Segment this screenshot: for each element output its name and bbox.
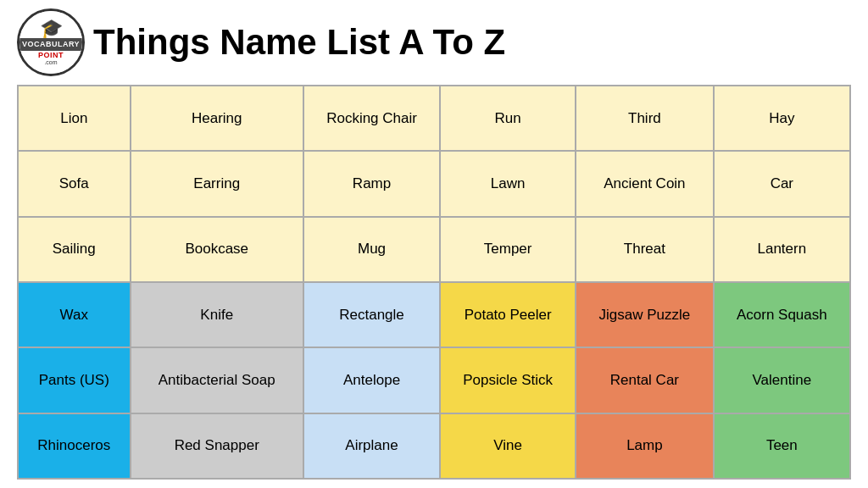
table-cell: Sofa	[18, 151, 131, 216]
table-cell: Sailing	[18, 217, 131, 282]
table-cell: Rectangle	[303, 282, 440, 347]
table-cell: Popsicle Stick	[440, 347, 576, 413]
table-cell: Threat	[576, 217, 714, 282]
table-cell: Car	[714, 151, 850, 216]
table-cell: Third	[576, 86, 714, 151]
table-cell: Ancient Coin	[576, 151, 714, 216]
table-cell: Knife	[131, 282, 303, 347]
table-cell: Lantern	[714, 217, 850, 282]
table-row: SailingBookcaseMugTemperThreatLantern	[18, 217, 850, 282]
table-row: Pants (US)Antibacterial SoapAntelopePops…	[18, 347, 850, 413]
table-cell: Antelope	[303, 347, 440, 413]
page-header: 🎓 VOCABULARY POINT .com Things Name List…	[17, 8, 851, 76]
table-cell: Wax	[18, 282, 131, 347]
table-cell: Jigsaw Puzzle	[576, 282, 714, 347]
table-cell: Vine	[440, 413, 576, 479]
table-cell: Bookcase	[131, 217, 303, 282]
table-row: SofaEarringRampLawnAncient CoinCar	[18, 151, 850, 216]
table-cell: Lion	[18, 86, 131, 151]
table-cell: Mug	[303, 217, 440, 282]
table-cell: Ramp	[303, 151, 440, 216]
table-row: WaxKnifeRectanglePotato PeelerJigsaw Puz…	[18, 282, 850, 347]
logo-vocab: VOCABULARY	[19, 38, 83, 51]
page-title: Things Name List A To Z	[93, 23, 505, 62]
table-cell: Hearing	[131, 86, 303, 151]
table-cell: Red Snapper	[131, 413, 303, 479]
table-cell: Lamp	[576, 413, 714, 479]
table-cell: Teen	[714, 413, 850, 479]
table-cell: Temper	[440, 217, 576, 282]
mascot-icon: 🎓	[40, 19, 63, 38]
logo-point: POINT	[38, 51, 64, 59]
table-cell: Potato Peeler	[440, 282, 576, 347]
logo-com: .com	[44, 59, 57, 65]
table-row: RhinocerosRed SnapperAirplaneVineLampTee…	[18, 413, 850, 479]
table-cell: Hay	[714, 86, 850, 151]
table-row: LionHearingRocking ChairRunThirdHay	[18, 86, 850, 151]
table-cell: Rocking Chair	[303, 86, 440, 151]
table-cell: Lawn	[440, 151, 576, 216]
table-cell: Rental Car	[576, 347, 714, 413]
table-cell: Valentine	[714, 347, 850, 413]
table-cell: Acorn Squash	[714, 282, 850, 347]
table-cell: Run	[440, 86, 576, 151]
table-cell: Rhinoceros	[18, 413, 131, 479]
logo: 🎓 VOCABULARY POINT .com	[17, 8, 85, 76]
table-cell: Earring	[131, 151, 303, 216]
vocabulary-table: LionHearingRocking ChairRunThirdHaySofaE…	[17, 85, 851, 480]
table-cell: Pants (US)	[18, 347, 131, 413]
table-cell: Antibacterial Soap	[131, 347, 303, 413]
table-cell: Airplane	[303, 413, 440, 479]
